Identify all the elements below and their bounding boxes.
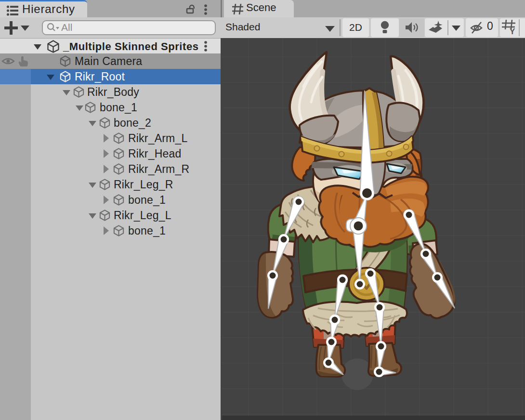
svg-text:Y: Y [510, 27, 515, 35]
